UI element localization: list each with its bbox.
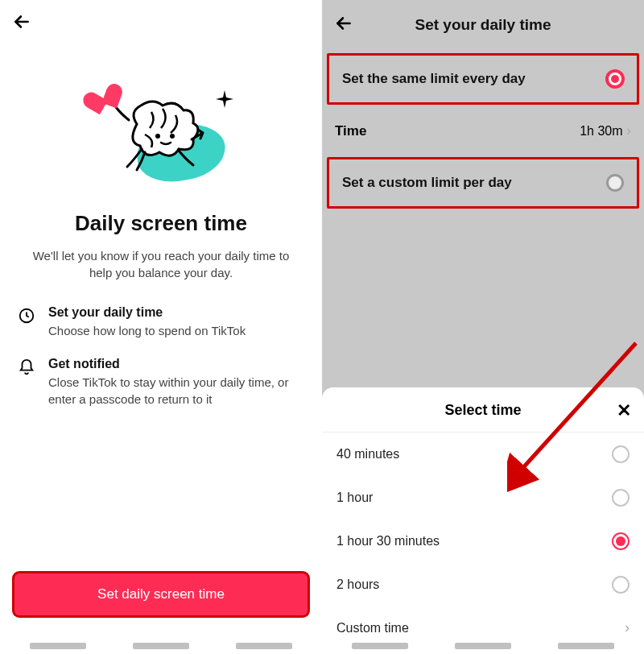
page-title: Daily screen time: [0, 211, 322, 236]
screen-intro: Daily screen time We'll let you know if …: [0, 0, 322, 654]
feature-title: Set your daily time: [48, 305, 246, 320]
time-option-1h30m[interactable]: 1 hour 30 minutes: [322, 519, 644, 563]
option-label: Custom time: [336, 621, 409, 635]
radio-unselected-icon[interactable]: [612, 445, 630, 463]
radio-unselected-icon[interactable]: [606, 174, 624, 192]
annotation-highlight: Set the same limit every day: [327, 53, 639, 105]
screen-set-daily-time: Set your daily time Set the same limit e…: [322, 0, 644, 654]
heart-icon: [85, 76, 118, 109]
radio-selected-icon[interactable]: [612, 532, 630, 550]
sparkle-icon: [216, 90, 233, 108]
feature-get-notified: Get notified Close TikTok to stay within…: [16, 357, 306, 408]
time-row[interactable]: Time 1h 30m ›: [322, 108, 644, 154]
time-option-40m[interactable]: 40 minutes: [322, 433, 644, 476]
sheet-title: Select time: [444, 402, 521, 419]
page-subtitle: We'll let you know if you reach your dai…: [24, 247, 298, 281]
option-label: Set a custom limit per day: [342, 175, 512, 191]
option-label: 1 hour: [336, 490, 373, 505]
svg-point-0: [155, 134, 160, 139]
option-custom-limit[interactable]: Set a custom limit per day: [329, 159, 637, 206]
bell-icon: [16, 357, 37, 408]
select-time-sheet: Select time ✕ 40 minutes 1 hour 1 hour 3…: [322, 387, 644, 654]
time-option-1h[interactable]: 1 hour: [322, 476, 644, 519]
annotation-highlight: Set a custom limit per day: [327, 157, 639, 209]
illustration: [0, 84, 322, 188]
chevron-right-icon: ›: [625, 619, 630, 636]
time-label: Time: [335, 123, 366, 139]
close-icon[interactable]: ✕: [617, 400, 631, 421]
option-label: 1 hour 30 minutes: [336, 534, 440, 548]
option-label: 2 hours: [336, 577, 379, 592]
set-daily-screen-time-button[interactable]: Set daily screen time: [14, 573, 308, 615]
feature-title: Get notified: [48, 357, 306, 371]
time-option-2h[interactable]: 2 hours: [322, 563, 644, 606]
chevron-right-icon: ›: [626, 122, 631, 139]
time-value: 1h 30m: [580, 124, 622, 138]
bottom-indicator: [0, 643, 322, 649]
feature-set-time: Set your daily time Choose how long to s…: [16, 305, 306, 339]
svg-point-1: [170, 134, 175, 139]
back-arrow-icon[interactable]: [11, 21, 32, 35]
option-label: Set the same limit every day: [342, 71, 526, 87]
radio-selected-icon[interactable]: [606, 70, 624, 88]
radio-unselected-icon[interactable]: [612, 489, 630, 507]
feature-desc: Close TikTok to stay within your daily t…: [48, 375, 306, 408]
feature-desc: Choose how long to spend on TikTok: [48, 323, 246, 339]
radio-unselected-icon[interactable]: [612, 576, 630, 594]
clock-icon: [16, 305, 37, 339]
bottom-indicator: [322, 643, 644, 649]
page-title: Set your daily time: [333, 16, 633, 34]
option-same-limit[interactable]: Set the same limit every day: [329, 56, 637, 102]
option-label: 40 minutes: [336, 447, 399, 462]
